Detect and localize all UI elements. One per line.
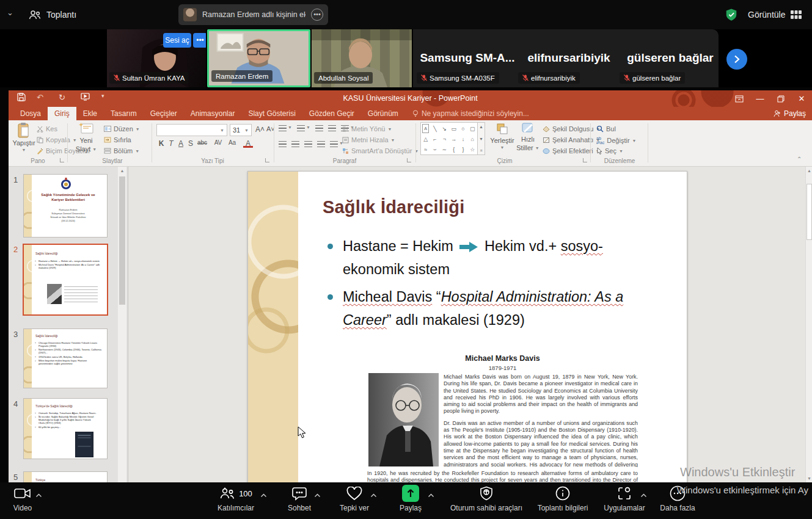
shape-arc[interactable]: ⌣ (430, 144, 439, 154)
slide-bullet-2[interactable]: Micheal Davis “Hospital Administration: … (327, 285, 662, 332)
shape-arrow-line[interactable]: ↘ (440, 123, 449, 134)
slide-thumbnail-1[interactable]: Sağlık Yönetiminde Gelecek ve Kariyer Be… (23, 174, 108, 238)
tab-gecisler[interactable]: Geçişler (144, 107, 184, 120)
tab-gozden-gecir[interactable]: Gözden Geçir (302, 107, 361, 120)
layout-button[interactable]: Düzen▼ (104, 125, 140, 132)
dialog-launcher-yazi-tipi[interactable] (265, 158, 269, 162)
shape-oval[interactable]: ○ (458, 123, 467, 134)
shape-rectangle[interactable]: ▭ (449, 123, 458, 134)
restore-button[interactable] (770, 90, 791, 107)
slide-thumbnail-4[interactable]: Türkiye'de Sağlık İdareciliği Osmanlı: S… (23, 398, 108, 459)
tab-ekle[interactable]: Ekle (76, 107, 104, 120)
quick-styles-button[interactable]: Hızlı Stiller▼ (517, 122, 539, 151)
chevron-up-icon[interactable] (370, 493, 377, 498)
chevron-up-icon[interactable] (640, 493, 647, 498)
shape-right-arrow[interactable]: → (449, 134, 458, 144)
tab-giris[interactable]: Giriş (48, 107, 76, 120)
scrollbar-thumb[interactable] (119, 176, 125, 305)
video-tile-ramazan-active-speaker[interactable]: Ramazan Erdem (207, 29, 310, 87)
chevron-up-icon[interactable] (35, 493, 42, 498)
minimize-button[interactable]: — (750, 90, 770, 107)
tab-tasarim[interactable]: Tasarım (104, 107, 144, 120)
tell-me-search[interactable]: Ne yapmak istediğinizi söyleyin... (412, 107, 529, 120)
paste-button[interactable]: Yapıştır ▼ (12, 122, 35, 152)
shape-elbow-connector[interactable]: ⌐ (430, 134, 439, 144)
toolbar-participants-button[interactable]: 100 Katılımcılar (202, 485, 270, 512)
shape-star[interactable]: ☆ (468, 144, 477, 154)
thumbnail-scrollbar[interactable]: ▲ (118, 167, 126, 482)
slide-thumbnail-5[interactable]: Türkiye (23, 471, 108, 482)
scroll-up-icon[interactable]: ▲ (118, 169, 126, 173)
slide-thumbnail-2-selected[interactable]: Sağlık İdareciliği Hastane = Hekim → Hek… (23, 244, 108, 316)
participant-big-name[interactable]: gülseren bağlar (620, 51, 719, 65)
numbered-list-button[interactable]: ▼ (297, 125, 310, 131)
slide-scrollbar[interactable]: ▲ ▼ (805, 167, 812, 482)
shape-textbox[interactable]: A (422, 124, 429, 133)
find-button[interactable]: Bul (596, 125, 616, 132)
redo-icon[interactable]: ↻ (59, 93, 65, 102)
shape-rounded-rectangle[interactable]: ▢ (468, 123, 477, 134)
toolbar-apps-button[interactable]: Uygulamalar (600, 485, 649, 512)
decrease-indent-button[interactable] (315, 125, 323, 131)
toolbar-video-button[interactable]: Video (0, 485, 45, 512)
view-button[interactable]: Görüntüle (748, 0, 785, 29)
text-direction-button[interactable]: Metin Yönü▼ (342, 125, 392, 132)
shape-effects-button[interactable]: Şekil Efektleri▼ (543, 147, 600, 154)
slide-bullet-1[interactable]: Hastane = Hekim Hekim vd.+ sosyo- ekonom… (327, 234, 662, 281)
shape-curve[interactable]: ∼ (440, 144, 449, 154)
screenshare-banner[interactable]: Ramazan Erdem adlı kişinin ekra ••• (178, 4, 328, 25)
align-left-button[interactable] (279, 141, 287, 147)
dialog-launcher-paragraf[interactable] (407, 158, 411, 162)
columns-button[interactable]: ▼ (330, 141, 343, 147)
shapes-gallery-scroll[interactable]: ▲▼≡ (478, 122, 485, 155)
slide-title[interactable]: Sağlık İdareciliği (323, 197, 464, 217)
copy-button[interactable]: Kopyala▼ (37, 136, 77, 143)
align-text-button[interactable]: Metni Hizala▼ (342, 136, 395, 143)
next-participants-button[interactable] (726, 49, 747, 70)
font-name-combobox[interactable]: ▼ (156, 124, 227, 136)
start-slideshow-icon[interactable] (81, 93, 90, 101)
bullet-list-button[interactable]: ▼ (279, 125, 292, 131)
bold-button[interactable]: K (156, 139, 166, 148)
font-color-button[interactable]: A (243, 139, 253, 148)
toolbar-share-button[interactable]: Paylaş (385, 485, 436, 512)
new-slide-button[interactable]: Yeni Slayt▼ (72, 122, 100, 153)
toolbar-host-tools-button[interactable]: Oturum sahibi araçları (444, 485, 529, 512)
chevron-up-icon[interactable] (428, 493, 434, 498)
shape-left-brace[interactable]: { (449, 144, 458, 154)
scrollbar-thumb[interactable] (807, 184, 812, 240)
tab-slayt-gosterisi[interactable]: Slayt Gösterisi (241, 107, 302, 120)
justify-button[interactable] (317, 141, 325, 147)
shape-right-brace[interactable]: } (458, 144, 467, 154)
shape-outline-button[interactable]: Şekil Anahattı▼ (543, 136, 600, 143)
close-button[interactable]: ✕ (791, 90, 812, 107)
convert-smartart-button[interactable]: SmartArt'a Dönüştür▼ (342, 147, 419, 154)
collapse-ribbon-icon[interactable]: ⌃ (797, 156, 802, 162)
dialog-launcher-cizim[interactable] (583, 158, 587, 162)
underline-button[interactable]: A (176, 139, 186, 148)
shape-scribble[interactable]: ≈ (421, 144, 430, 154)
strikethrough-button[interactable]: abc (196, 139, 209, 146)
align-right-button[interactable] (304, 141, 312, 147)
qat-customize-icon[interactable]: ▾ (101, 93, 104, 99)
undo-icon[interactable]: ↶ (37, 93, 43, 102)
shape-line[interactable]: ╲ (430, 123, 439, 134)
replace-button[interactable]: ab⇄ac Değiştir▼ (596, 136, 637, 145)
character-spacing-button[interactable]: AV (211, 139, 225, 146)
shape-elbow-arrow[interactable]: ¬ (440, 134, 449, 144)
scroll-up-icon[interactable]: ▲ (806, 169, 812, 173)
tile-more-button[interactable]: ••• (193, 33, 206, 48)
arrange-button[interactable]: Yerleştir ▼ (489, 122, 516, 150)
shape-down-arrow[interactable]: ↓ (458, 134, 467, 144)
reset-button[interactable]: Sıfırla (104, 136, 131, 143)
unmute-button[interactable]: Sesi aç (163, 33, 191, 48)
slide-thumbnail-3[interactable]: Sağlık İdareciliği Chicago Üniversitesi … (23, 328, 108, 388)
chevron-up-icon[interactable] (260, 493, 267, 498)
italic-button[interactable]: T (166, 139, 176, 148)
video-tile-sultan[interactable]: Sesi aç ••• Sultan Ümran KAYA (107, 29, 206, 87)
section-button[interactable]: Bölüm▼ (104, 147, 139, 154)
select-button[interactable]: Seç▼ (596, 147, 623, 154)
align-center-button[interactable] (291, 141, 299, 147)
shape-fill-button[interactable]: Şekil Dolgusu▼ (543, 125, 600, 132)
tab-gorunum[interactable]: Görünüm (361, 107, 405, 120)
